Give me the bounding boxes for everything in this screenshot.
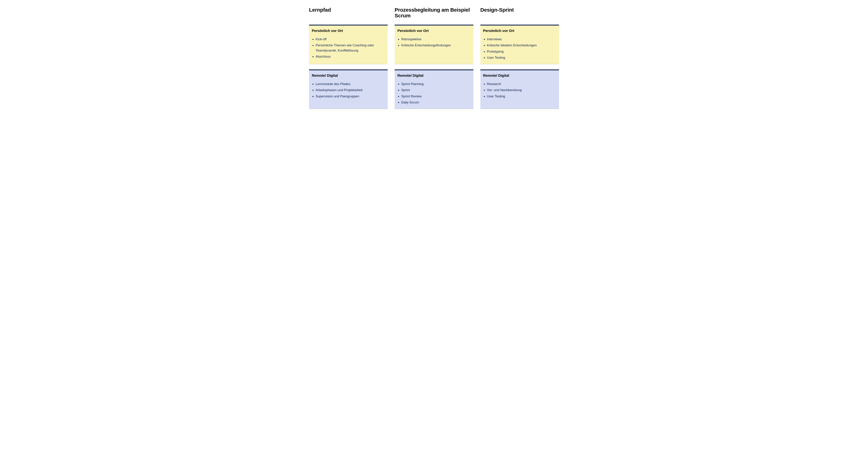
onsite-list: Retrospektive Kritische Entscheidungsfin… xyxy=(397,37,470,48)
remote-heading: Remote/ Digital xyxy=(397,73,470,77)
list-item: Daily Scrum xyxy=(401,100,470,105)
remote-card-lernpfad: Remote/ Digital Lernmodule des Pfades Ar… xyxy=(309,69,388,109)
column-title-prozessbegleitung: Prozessbegleitung am Beispiel Scrum xyxy=(395,7,473,20)
list-item: Persönliche Themen wie Coaching oder Tea… xyxy=(316,43,385,53)
remote-card-prozessbegleitung: Remote/ Digital Sprint Planning Sprint S… xyxy=(395,69,473,109)
onsite-card-prozessbegleitung: Persönlich vor Ort Retrospektive Kritisc… xyxy=(395,25,473,64)
list-item: Research xyxy=(487,82,556,87)
list-item: Supervision und Peergruppen xyxy=(316,94,385,99)
onsite-card-design-sprint: Persönlich vor Ort Interviews Kritische … xyxy=(480,25,559,64)
list-item: User Testing xyxy=(487,55,556,60)
onsite-heading: Persönlich vor Ort xyxy=(312,29,385,33)
list-item: Sprint Planning xyxy=(401,82,470,87)
column-title-lernpfad: Lernpfad xyxy=(309,7,388,20)
comparison-grid: Lernpfad Prozessbegleitung am Beispiel S… xyxy=(309,7,559,109)
remote-list: Lernmodule des Pfades Arbeitsphasen und … xyxy=(312,82,385,99)
list-item: Kick-off xyxy=(316,37,385,42)
onsite-list: Interviews Kritische Ideation Entscheidu… xyxy=(483,37,556,60)
list-item: Sprint Review xyxy=(401,94,470,99)
remote-list: Sprint Planning Sprint Sprint Review Dai… xyxy=(397,82,470,105)
remote-heading: Remote/ Digital xyxy=(483,73,556,77)
remote-list: Research Vor- und Nachbereitung User Tes… xyxy=(483,82,556,99)
list-item: Arbeitsphasen und Projektarbeit xyxy=(316,88,385,93)
onsite-list: Kick-off Persönliche Themen wie Coaching… xyxy=(312,37,385,59)
list-item: Sprint xyxy=(401,88,470,93)
list-item: Kritische Entscheidungsfindungen xyxy=(401,43,470,48)
remote-heading: Remote/ Digital xyxy=(312,73,385,77)
remote-card-design-sprint: Remote/ Digital Research Vor- und Nachbe… xyxy=(480,69,559,109)
list-item: Interviews xyxy=(487,37,556,42)
list-item: Vor- und Nachbereitung xyxy=(487,88,556,93)
column-title-design-sprint: Design-Sprint xyxy=(480,7,559,20)
list-item: Kritische Ideation Entscheidungen xyxy=(487,43,556,48)
list-item: Retrospektive xyxy=(401,37,470,42)
onsite-heading: Persönlich vor Ort xyxy=(397,29,470,33)
list-item: Abschluss xyxy=(316,54,385,59)
list-item: User Testing xyxy=(487,94,556,99)
onsite-heading: Persönlich vor Ort xyxy=(483,29,556,33)
list-item: Prototyping xyxy=(487,49,556,54)
onsite-card-lernpfad: Persönlich vor Ort Kick-off Persönliche … xyxy=(309,25,388,64)
list-item: Lernmodule des Pfades xyxy=(316,82,385,87)
